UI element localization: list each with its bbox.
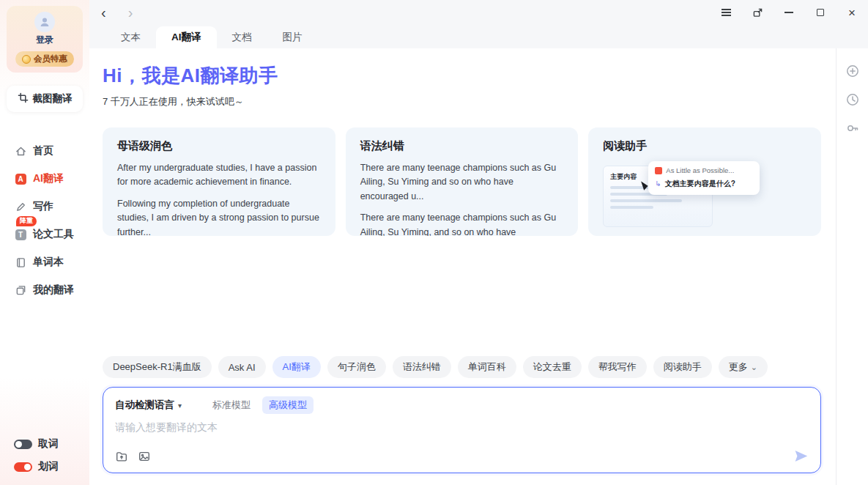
close-icon[interactable]: × <box>846 7 858 18</box>
key-icon <box>846 122 859 135</box>
titlebar: ‹ › × <box>89 0 868 25</box>
card-paragraph: There are many teenage champions such as… <box>360 161 564 204</box>
send-icon <box>793 448 809 464</box>
login-card[interactable]: 登录 会员特惠 <box>7 6 83 73</box>
doc-line <box>610 199 682 202</box>
main-column: ‹ › × 文本 AI翻译 文档 图片 <box>89 0 868 485</box>
sidebar: 登录 会员特惠 截图翻译 首页 <box>0 0 89 485</box>
tab-ai-translate[interactable]: AI翻译 <box>156 26 217 48</box>
word-capture-toggle[interactable] <box>14 440 32 449</box>
chip-reading-assistant[interactable]: 阅读助手 <box>653 356 712 378</box>
sidebar-item-wordbook[interactable]: 单词本 <box>7 248 83 276</box>
new-session-button[interactable] <box>846 64 859 78</box>
translate-composer: 自动检测语言 ▾ 标准模型 高级模型 <box>103 387 821 473</box>
chip-more[interactable]: 更多 ⌄ <box>719 356 768 378</box>
chip-word-encyclopedia[interactable]: 单词百科 <box>458 356 516 378</box>
window-controls: × <box>720 7 858 18</box>
word-select-label: 划词 <box>38 460 59 473</box>
reading-assistant-tooltip: As Little as Possible... ↳ 文档主要内容是什么? <box>648 161 760 195</box>
insert-image-button[interactable] <box>138 450 151 463</box>
send-button[interactable] <box>793 448 809 464</box>
chip-deepseek[interactable]: DeepSeek-R1满血版 <box>103 356 212 378</box>
feature-cards: 母语级润色 After my undergraduate studies, I … <box>103 127 821 236</box>
standard-model-button[interactable]: 标准模型 <box>212 399 251 412</box>
reading-assistant-preview: 主要内容 As Little as Possible... <box>603 161 806 232</box>
upload-file-button[interactable] <box>115 450 128 463</box>
app-window: 登录 会员特惠 截图翻译 首页 <box>0 0 868 485</box>
translate-input[interactable] <box>115 421 809 448</box>
coin-icon <box>22 55 31 64</box>
back-icon[interactable]: ‹ <box>95 4 112 21</box>
crop-icon <box>18 92 29 105</box>
card-title: 母语级润色 <box>117 139 321 153</box>
plus-circle-icon <box>846 64 859 78</box>
advanced-model-button[interactable]: 高级模型 <box>262 396 314 414</box>
history-clock-icon <box>846 93 859 106</box>
composer-toolbar: 自动检测语言 ▾ 标准模型 高级模型 <box>115 396 809 414</box>
tab-bar: 文本 AI翻译 文档 图片 <box>89 25 868 48</box>
card-reading-assistant[interactable]: 阅读助手 主要内容 <box>588 127 821 236</box>
pen-icon <box>15 201 26 212</box>
language-selector[interactable]: 自动检测语言 ▾ <box>115 399 182 412</box>
sidebar-item-ai-translate[interactable]: A AI翻译 <box>7 165 83 193</box>
maximize-icon[interactable] <box>815 7 826 18</box>
sidebar-item-label: 我的翻译 <box>33 284 74 297</box>
tab-image[interactable]: 图片 <box>267 26 318 48</box>
minimize-icon[interactable] <box>783 7 795 18</box>
screenshot-translate-button[interactable]: 截图翻译 <box>7 86 83 112</box>
chip-more-label: 更多 <box>729 360 748 374</box>
word-select-row: 划词 <box>14 460 83 473</box>
image-icon <box>138 450 151 463</box>
card-paragraph: After my undergraduate studies, I have a… <box>117 161 321 190</box>
menu-icon[interactable] <box>720 7 732 18</box>
chip-sentence-polish[interactable]: 句子润色 <box>327 356 386 378</box>
tab-document[interactable]: 文档 <box>217 26 267 48</box>
composer-actions <box>115 448 809 464</box>
paper-tools-icon: T <box>15 229 26 240</box>
top-strip: ‹ › × 文本 AI翻译 文档 图片 <box>89 0 868 48</box>
chip-help-write[interactable]: 帮我写作 <box>588 356 647 378</box>
sidebar-item-label: 写作 <box>33 200 53 213</box>
caret-down-icon: ▾ <box>178 401 182 410</box>
card-grammar[interactable]: 语法纠错 There are many teenage champions su… <box>346 127 579 236</box>
home-icon <box>15 145 26 157</box>
key-button[interactable] <box>846 122 859 135</box>
card-paragraph: There are many teenage champions such as… <box>360 211 564 236</box>
sidebar-item-label: AI翻译 <box>33 172 64 185</box>
forward-icon[interactable]: › <box>122 4 139 21</box>
mini-window-icon[interactable] <box>752 7 763 18</box>
ai-translate-icon: A <box>15 173 26 185</box>
pdf-file-icon <box>655 167 662 174</box>
sidebar-toggles: 取词 划词 <box>7 437 83 473</box>
language-selector-label: 自动检测语言 <box>115 399 174 412</box>
history-button[interactable] <box>846 93 859 106</box>
body-row: Hi，我是AI翻译助手 7 千万人正在使用，快来试试吧～ 母语级润色 After… <box>89 48 868 485</box>
reply-arrow-icon: ↳ <box>655 180 661 188</box>
sidebar-item-my-translations[interactable]: 我的翻译 <box>7 276 83 304</box>
page-title: Hi，我是AI翻译助手 <box>103 63 821 89</box>
sidebar-item-paper-tools[interactable]: 降重 T 论文工具 <box>7 221 83 248</box>
chip-grammar-check[interactable]: 语法纠错 <box>393 356 451 378</box>
login-label[interactable]: 登录 <box>36 34 53 46</box>
chip-ai-translate[interactable]: AI翻译 <box>272 356 321 378</box>
chip-ask-ai[interactable]: Ask AI <box>218 356 266 378</box>
sidebar-item-label: 首页 <box>33 144 53 158</box>
tab-text[interactable]: 文本 <box>105 26 156 48</box>
member-badge-label: 会员特惠 <box>34 53 67 64</box>
word-capture-row: 取词 <box>14 437 83 451</box>
chevron-down-icon: ⌄ <box>751 363 757 372</box>
card-paragraph: Following my completion of undergraduate… <box>117 197 321 236</box>
paper-tools-badge: 降重 <box>16 216 37 226</box>
card-title: 语法纠错 <box>360 139 564 153</box>
member-badge-button[interactable]: 会员特惠 <box>15 51 74 67</box>
doc-line <box>610 206 653 209</box>
book-icon <box>15 256 26 268</box>
word-select-toggle[interactable] <box>14 462 32 472</box>
right-rail <box>836 48 868 485</box>
chip-paper-dedup[interactable]: 论文去重 <box>523 356 582 378</box>
sidebar-item-label: 单词本 <box>33 256 64 269</box>
sidebar-item-home[interactable]: 首页 <box>7 137 83 165</box>
card-polish[interactable]: 母语级润色 After my undergraduate studies, I … <box>103 127 335 236</box>
avatar <box>34 12 55 32</box>
quick-action-chips: DeepSeek-R1满血版 Ask AI AI翻译 句子润色 语法纠错 单词百… <box>103 356 821 378</box>
